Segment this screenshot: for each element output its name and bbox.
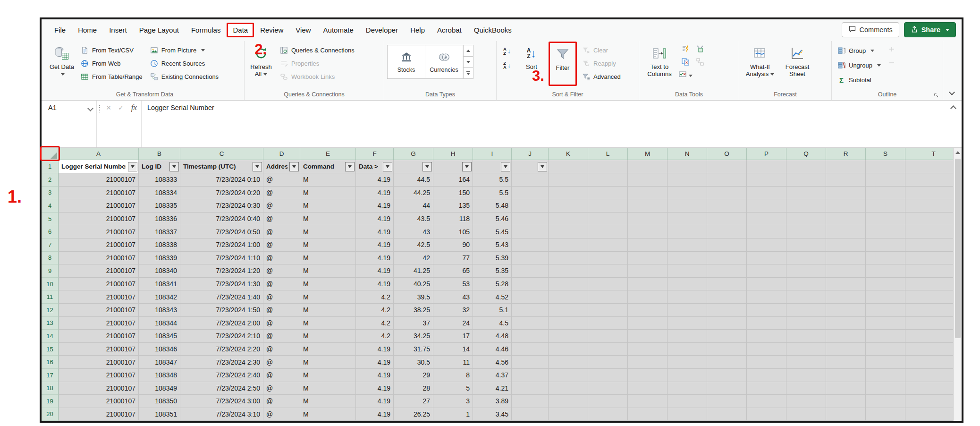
cell[interactable]: 24 [433,317,473,330]
cell[interactable] [628,317,667,330]
cell[interactable] [549,330,588,343]
cell[interactable] [747,213,786,226]
cell[interactable] [588,213,628,226]
cell[interactable] [826,317,866,330]
cell[interactable] [628,330,667,343]
insert-function-button[interactable]: fx [127,103,141,112]
cell[interactable]: 21000107 [59,264,139,278]
cell[interactable]: M [300,264,356,278]
cell[interactable] [588,290,628,304]
cell[interactable]: 4.2 [356,330,394,343]
cell[interactable] [512,278,549,291]
cell[interactable] [512,395,549,408]
cell[interactable] [628,199,667,213]
cell-a1-active[interactable]: Logger Serial Number [59,160,139,173]
cell[interactable] [628,408,667,421]
cell[interactable]: 7/23/2024 1:00 [180,239,263,252]
cell[interactable]: 4.19 [356,264,394,278]
cell[interactable] [549,408,588,421]
cell[interactable] [549,239,588,252]
row-header[interactable]: 13 [42,317,59,330]
cell[interactable]: 17 [433,330,473,343]
cell[interactable] [588,239,628,252]
cell[interactable] [588,264,628,278]
row-header[interactable]: 9 [42,264,59,278]
column-header[interactable]: P [747,148,786,160]
cell[interactable]: 44.25 [394,187,433,200]
cell[interactable]: 4.19 [356,187,394,200]
cell[interactable]: 4.19 [356,356,394,369]
cell[interactable] [826,356,866,369]
cell[interactable] [588,278,628,291]
cell[interactable] [707,160,747,173]
row-header[interactable]: 10 [42,278,59,291]
cell[interactable] [549,264,588,278]
cell[interactable]: 108341 [139,278,180,291]
cell[interactable] [786,330,826,343]
cell[interactable]: 108338 [139,239,180,252]
cell[interactable] [747,304,786,317]
row-header[interactable]: 20 [42,408,59,421]
column-header[interactable]: B [139,148,180,160]
cell[interactable]: 4.19 [356,369,394,382]
cell[interactable]: 5.28 [473,278,512,291]
sort-descending-button[interactable]: ZA ↓ [499,59,515,71]
cell[interactable] [826,304,866,317]
cell[interactable]: 43 [394,225,433,239]
cell[interactable] [512,252,549,265]
cell-d1[interactable]: Address [263,160,300,173]
recent-sources-button[interactable]: Recent Sources [147,58,221,69]
row-header[interactable]: 11 [42,290,59,304]
cell[interactable]: 7/23/2024 3:10 [180,408,263,421]
cell[interactable]: 5.5 [473,187,512,200]
cell[interactable] [588,225,628,239]
formula-bar-drag-handle[interactable] [96,101,102,147]
cell[interactable] [786,225,826,239]
cell-i1[interactable] [473,160,512,173]
filter-dropdown-icon[interactable] [345,162,355,171]
cell[interactable] [628,278,667,291]
filter-button[interactable]: Filter [550,43,575,85]
menu-tab[interactable]: Automate [317,22,360,38]
cell[interactable]: 31.75 [394,343,433,356]
cell[interactable] [588,382,628,395]
cell[interactable] [667,173,707,187]
cell[interactable] [866,278,905,291]
cell[interactable]: 21000107 [59,213,139,226]
comments-button[interactable]: Comments [842,22,899,37]
cell[interactable] [667,356,707,369]
filter-dropdown-icon[interactable] [253,162,262,171]
cell[interactable]: M [300,330,356,343]
cell[interactable] [588,395,628,408]
cell[interactable] [866,369,905,382]
cell[interactable] [707,252,747,265]
cell[interactable]: M [300,369,356,382]
cell[interactable]: 4.21 [473,382,512,395]
row-header[interactable]: 1 [42,160,59,173]
cell[interactable] [549,343,588,356]
cell[interactable] [512,225,549,239]
cell[interactable] [512,199,549,213]
cell[interactable] [549,304,588,317]
cell[interactable] [667,199,707,213]
cell[interactable]: 42.5 [394,239,433,252]
column-header[interactable]: G [394,148,433,160]
cell[interactable]: 5.45 [473,225,512,239]
cell[interactable]: 38.25 [394,304,433,317]
cell[interactable] [786,304,826,317]
cell[interactable] [512,264,549,278]
filter-dropdown-icon[interactable] [383,162,392,171]
cell[interactable] [707,382,747,395]
group-button[interactable]: Group [835,44,883,57]
cell[interactable]: 108345 [139,330,180,343]
column-header[interactable]: N [667,148,707,160]
clear-filter-button[interactable]: Clear [579,44,623,56]
cell[interactable]: 108339 [139,252,180,265]
ungroup-button[interactable]: Ungroup [835,59,883,71]
cell[interactable] [786,369,826,382]
cell[interactable]: @ [263,382,300,395]
cell[interactable] [826,252,866,265]
workbook-links-button[interactable]: Workbook Links [277,71,357,82]
cell[interactable]: M [300,395,356,408]
cell[interactable]: 21000107 [59,304,139,317]
